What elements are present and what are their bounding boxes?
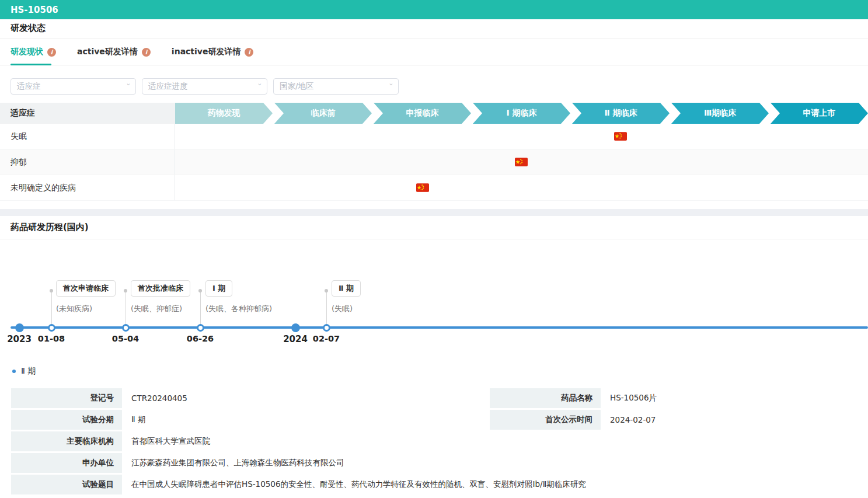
rd-timeline: 2023 首次申请临床 (未知疾病) 01-08 首次批准临床 (失眠、抑郁症)… bbox=[0, 239, 868, 347]
phase2-milestone-heading: Ⅱ 期 bbox=[12, 366, 868, 377]
chevron-down-icon: ˅ bbox=[257, 83, 262, 90]
timeline-year-dot bbox=[291, 323, 300, 332]
detail-label: 试验分期 bbox=[11, 410, 122, 430]
timeline-stem-dot bbox=[198, 289, 202, 292]
timeline-stem bbox=[326, 291, 327, 326]
table-row-undefined-disease[interactable]: 未明确定义的疾病 bbox=[0, 175, 868, 201]
timeline-event-dot[interactable] bbox=[197, 324, 204, 332]
tab-active-rd-details[interactable]: active研发详情 bbox=[77, 39, 151, 65]
select-placeholder: 适应症进度 bbox=[148, 81, 188, 92]
timeline-event-badge[interactable]: 首次申请临床 bbox=[56, 280, 116, 297]
timeline-event-dot[interactable] bbox=[323, 324, 330, 332]
timeline-event-badge[interactable]: 首次批准临床 bbox=[131, 280, 190, 297]
info-icon[interactable] bbox=[245, 48, 253, 57]
timeline-event-note: (失眠、抑郁症) bbox=[131, 304, 182, 314]
tab-label: inactive研发详情 bbox=[172, 47, 241, 57]
timeline-date-label: 06-26 bbox=[180, 334, 221, 343]
stage-header-arrows: 药物发现 临床前 申报临床 Ⅰ 期临床 Ⅱ 期临床 Ⅲ期临床 申请上市 bbox=[175, 103, 868, 124]
detail-row-drug-name: 药品名称 HS-10506片 bbox=[490, 388, 868, 408]
timeline-axis bbox=[11, 326, 868, 329]
timeline-date-label: 01-08 bbox=[31, 334, 72, 343]
timeline-event-dot[interactable] bbox=[122, 324, 130, 332]
china-flag-icon[interactable] bbox=[416, 183, 429, 192]
tab-rd-current[interactable]: 研发现状 bbox=[11, 39, 56, 65]
window-title-bar: HS-10506 bbox=[0, 0, 868, 19]
timeline-stem-dot bbox=[325, 289, 328, 292]
select-placeholder: 国家/地区 bbox=[280, 81, 314, 92]
detail-row-main-clinical-institution: 主要临床机构 首都医科大学宣武医院 bbox=[11, 431, 868, 451]
stage-phase3: Ⅲ期临床 bbox=[671, 103, 769, 124]
detail-label: 主要临床机构 bbox=[11, 431, 122, 451]
active-tab-underline bbox=[11, 64, 51, 65]
timeline-event-note: (失眠、各种抑郁病) bbox=[205, 304, 272, 314]
indication-label: 未明确定义的疾病 bbox=[0, 175, 175, 200]
timeline-event-note: (未知疾病) bbox=[56, 304, 92, 314]
china-flag-icon[interactable] bbox=[515, 158, 528, 166]
indication-select[interactable]: 适应症 ˅ bbox=[11, 78, 136, 95]
detail-value: 在中国成人失眠障碍患者中评估HS-10506的安全性、耐受性、药代动力学特征及有… bbox=[122, 475, 868, 494]
info-icon[interactable] bbox=[142, 48, 151, 57]
trial-details-table: 登记号 CTR20240405 药品名称 HS-10506片 试验分期 Ⅱ 期 … bbox=[11, 388, 868, 494]
milestone-label: Ⅱ 期 bbox=[21, 366, 36, 377]
indication-progress-select[interactable]: 适应症进度 ˅ bbox=[142, 78, 267, 95]
indication-label: 失眠 bbox=[0, 124, 175, 149]
detail-value: 首都医科大学宣武医院 bbox=[122, 431, 868, 451]
timeline-event-note: (失眠) bbox=[332, 304, 353, 314]
timeline-date-label: 05-04 bbox=[105, 334, 146, 343]
timeline-stem bbox=[200, 291, 201, 326]
tab-inactive-rd-details[interactable]: inactive研发详情 bbox=[172, 39, 254, 65]
timeline-stem bbox=[51, 291, 52, 326]
stage-drug-discovery: 药物发现 bbox=[175, 103, 273, 124]
drug-title: HS-10506 bbox=[11, 5, 58, 15]
detail-value: HS-10506片 bbox=[601, 388, 868, 408]
timeline-event-dot[interactable] bbox=[48, 324, 55, 332]
table-row-depression[interactable]: 抑郁 bbox=[0, 149, 868, 175]
timeline-stem-dot bbox=[50, 289, 53, 292]
indication-label: 抑郁 bbox=[0, 149, 175, 175]
column-header-indication: 适应症 bbox=[0, 103, 175, 124]
detail-row-trial-phase: 试验分期 Ⅱ 期 bbox=[11, 410, 484, 430]
detail-value: CTR20240405 bbox=[122, 388, 484, 408]
detail-row-first-publicity-date: 首次公示时间 2024-02-07 bbox=[490, 410, 868, 430]
detail-value: Ⅱ 期 bbox=[122, 410, 484, 430]
detail-label: 申办单位 bbox=[11, 453, 122, 473]
bullet-dot-icon bbox=[12, 370, 16, 373]
chevron-down-icon: ˅ bbox=[388, 83, 393, 90]
stage-table-header: 适应症 药物发现 临床前 申报临床 Ⅰ 期临床 Ⅱ 期临床 Ⅲ期临床 申请上市 bbox=[0, 103, 868, 124]
detail-row-sponsor: 申办单位 江苏豪森药业集团有限公司、上海翰森生物医药科技有限公司 bbox=[11, 453, 868, 473]
section-divider-gap bbox=[0, 209, 868, 216]
filter-bar: 适应症 ˅ 适应症进度 ˅ 国家/地区 ˅ bbox=[0, 65, 868, 103]
rd-status-card: 研发状态 研发现状 active研发详情 inactive研发详情 适应症 ˅ … bbox=[0, 19, 868, 209]
country-region-select[interactable]: 国家/地区 ˅ bbox=[273, 78, 399, 95]
detail-value: 江苏豪森药业集团有限公司、上海翰森生物医药科技有限公司 bbox=[122, 453, 868, 473]
stage-phase2: Ⅱ 期临床 bbox=[572, 103, 670, 124]
timeline-date-label: 02-07 bbox=[306, 334, 347, 343]
stage-phase1: Ⅰ 期临床 bbox=[473, 103, 570, 124]
timeline-event-badge[interactable]: Ⅰ 期 bbox=[205, 280, 232, 297]
china-flag-icon[interactable] bbox=[614, 132, 627, 141]
detail-row-registration-no: 登记号 CTR20240405 bbox=[11, 388, 484, 408]
detail-row-trial-title: 试验题目 在中国成人失眠障碍患者中评估HS-10506的安全性、耐受性、药代动力… bbox=[11, 475, 868, 494]
info-icon[interactable] bbox=[47, 48, 56, 57]
detail-value: 2024-02-07 bbox=[601, 410, 868, 430]
timeline-stem bbox=[126, 291, 126, 326]
detail-label: 登记号 bbox=[11, 388, 122, 408]
table-row-insomnia[interactable]: 失眠 bbox=[0, 124, 868, 149]
stage-preclinical: 临床前 bbox=[274, 103, 372, 124]
chevron-down-icon: ˅ bbox=[126, 83, 130, 90]
tab-bar: 研发现状 active研发详情 inactive研发详情 bbox=[0, 39, 868, 65]
stage-ind-filing: 申报临床 bbox=[374, 103, 471, 124]
timeline-stem-dot bbox=[124, 289, 127, 292]
section-title-rd-history: 药品研发历程(国内) bbox=[0, 216, 868, 239]
select-placeholder: 适应症 bbox=[17, 81, 41, 92]
stage-nda: 申请上市 bbox=[771, 103, 868, 124]
tab-label: 研发现状 bbox=[11, 47, 43, 57]
timeline-event-badge[interactable]: Ⅱ 期 bbox=[332, 280, 361, 297]
detail-label: 试验题目 bbox=[11, 475, 122, 494]
section-title-rd-status: 研发状态 bbox=[0, 19, 868, 39]
rd-history-card: 药品研发历程(国内) 2023 首次申请临床 (未知疾病) 01-08 首次批准… bbox=[0, 216, 868, 498]
detail-label: 药品名称 bbox=[490, 388, 601, 408]
indication-stage-table: 适应症 药物发现 临床前 申报临床 Ⅰ 期临床 Ⅱ 期临床 Ⅲ期临床 申请上市 … bbox=[0, 103, 868, 201]
timeline-year-dot bbox=[15, 323, 24, 332]
detail-label: 首次公示时间 bbox=[490, 410, 601, 430]
